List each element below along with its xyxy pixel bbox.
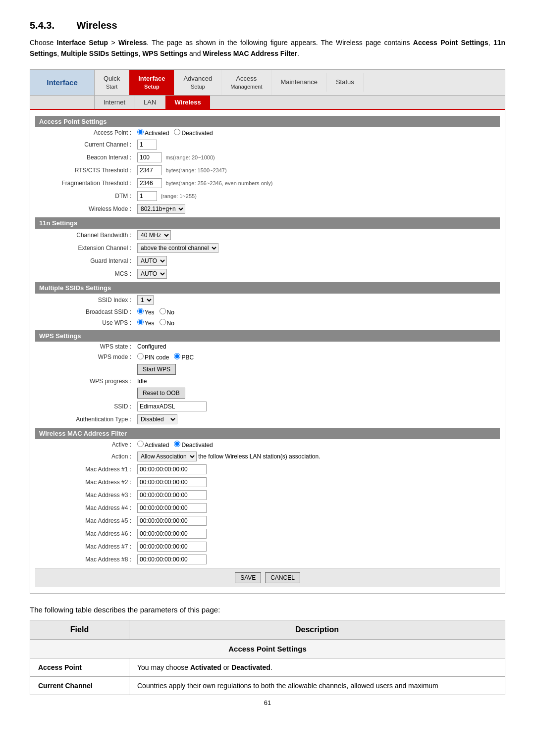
- wireless-mac-section: Wireless MAC Address Filter Active : Act…: [35, 428, 500, 566]
- ap-access-point-label: Access Point :: [35, 127, 134, 138]
- mac-activated-radio[interactable]: [137, 441, 144, 447]
- broadcast-ssid-yes-radio[interactable]: [137, 308, 144, 314]
- nav-item-interface-setup[interactable]: InterfaceSetup: [129, 70, 174, 95]
- desc-table-header-row: Field Description: [30, 620, 505, 639]
- mac-addr-7-row: Mac Address #7 :: [35, 540, 500, 553]
- nav-sub-item-internet[interactable]: Internet: [95, 96, 135, 109]
- start-wps-button[interactable]: Start WPS: [137, 364, 176, 375]
- mcs-select[interactable]: AUTO: [137, 269, 167, 279]
- ap-rts-label: RTS/CTS Threshold :: [35, 164, 134, 177]
- auth-type-select[interactable]: Disabled WEP WPA-PSK: [137, 414, 177, 424]
- save-button[interactable]: SAVE: [235, 572, 261, 583]
- desc-intro: The following table describes the parame…: [30, 605, 505, 614]
- current-channel-input[interactable]: [137, 140, 157, 150]
- wps-table: WPS state : Configured WPS mode : PIN co…: [35, 342, 500, 426]
- wps-auth-label: Authentication Type :: [35, 413, 134, 426]
- nav-item-maintenance[interactable]: Maintenance: [271, 73, 326, 92]
- nav-item-status[interactable]: Status: [327, 73, 364, 92]
- mac-addr-3-input[interactable]: [137, 490, 207, 500]
- ap-frag-row: Fragmentation Threshold : bytes(range: 2…: [35, 177, 500, 190]
- reset-oob-button[interactable]: Reset to OOB: [137, 388, 185, 399]
- mac-addr-5-input[interactable]: [137, 516, 207, 526]
- use-wps-no-radio[interactable]: [160, 319, 166, 325]
- ap-deactivated-radio[interactable]: [174, 129, 180, 135]
- mac-addr-6-input[interactable]: [137, 529, 207, 539]
- mac-addr-1-label: Mac Address #1 :: [35, 463, 134, 476]
- mac-addr-4-input[interactable]: [137, 503, 207, 513]
- wps-pin-label: PIN code: [145, 354, 169, 361]
- desc-section-ap-row: Access Point Settings: [30, 639, 505, 658]
- mac-addr-1-input[interactable]: [137, 464, 207, 474]
- mac-addr-8-label: Mac Address #8 :: [35, 553, 134, 566]
- broadcast-ssid-no-radio[interactable]: [160, 308, 166, 314]
- cancel-button[interactable]: CANCEL: [265, 572, 300, 583]
- intro-paragraph: Choose Interface Setup > Wireless. The p…: [30, 37, 505, 59]
- ap-access-point-row: Access Point : Activated Deactivated: [35, 127, 500, 138]
- beacon-interval-input[interactable]: [137, 152, 162, 162]
- nav-sub-item-wireless[interactable]: Wireless: [165, 96, 210, 109]
- mac-addr-8-input[interactable]: [137, 554, 207, 564]
- ap-frag-label: Fragmentation Threshold :: [35, 177, 134, 190]
- nav-item-access-management[interactable]: AccessManagement: [221, 70, 271, 95]
- ap-rts-value: bytes(range: 1500~2347): [134, 164, 500, 177]
- rts-hint: bytes(range: 1500~2347): [165, 167, 226, 173]
- guard-interval-select[interactable]: AUTO: [137, 256, 167, 266]
- mac-deactivated-label: Deactivated: [181, 442, 213, 449]
- wps-state-label: WPS state :: [35, 342, 134, 352]
- ssid-input[interactable]: [137, 402, 207, 411]
- nav-item-quick-start[interactable]: QuickStart: [95, 70, 129, 95]
- wps-header: WPS Settings: [35, 330, 500, 342]
- use-wps-yes-radio[interactable]: [137, 319, 144, 325]
- extension-channel-select[interactable]: above the control channel below the cont…: [137, 243, 218, 253]
- ap-beacon-interval-row: Beacon Interval : ms(range: 20~1000): [35, 151, 500, 164]
- mac-deactivated-radio[interactable]: [174, 441, 180, 447]
- rts-threshold-input[interactable]: [137, 165, 162, 175]
- wps-progress-label: WPS progress :: [35, 376, 134, 386]
- wps-start-value: Start WPS: [134, 362, 500, 376]
- nav-item-advanced-setup[interactable]: AdvancedSetup: [174, 70, 221, 95]
- ap-dtm-label: DTM :: [35, 190, 134, 202]
- wps-start-row: Start WPS: [35, 362, 500, 376]
- ap-dtm-value: (range: 1~255): [134, 190, 500, 202]
- wps-ssid-row: SSID :: [35, 400, 500, 413]
- channel-bw-select[interactable]: 40 MHz 20 MHz: [137, 230, 171, 240]
- mac-addr-5-value: [134, 514, 500, 527]
- mac-addr-8-value: [134, 553, 500, 566]
- ap-activated-radio[interactable]: [137, 129, 144, 135]
- mac-addr-7-input[interactable]: [137, 542, 207, 552]
- use-wps-yes-label: Yes: [145, 320, 155, 327]
- dtm-input[interactable]: [137, 191, 157, 201]
- sub-navigation: Internet LAN Wireless: [30, 96, 505, 110]
- 11n-extension-channel-row: Extension Channel : above the control ch…: [35, 242, 500, 254]
- desc-current-channel-desc: Countries apply their own regulations to…: [129, 676, 505, 695]
- mac-active-label: Active :: [35, 439, 134, 450]
- ap-wireless-mode-label: Wireless Mode :: [35, 202, 134, 215]
- mac-addr-1-row: Mac Address #1 :: [35, 463, 500, 476]
- ssid-index-select[interactable]: 1 2 3 4: [137, 295, 154, 305]
- 11n-mcs-row: MCS : AUTO: [35, 267, 500, 280]
- section-heading: 5.4.3. Wireless: [30, 20, 505, 31]
- broadcast-ssid-no-label: No: [167, 309, 174, 316]
- ap-activated-label: Activated: [145, 130, 169, 137]
- frag-threshold-input[interactable]: [137, 178, 162, 188]
- mac-addr-2-input[interactable]: [137, 477, 207, 487]
- multiple-ssids-table: SSID Index : 1 2 3 4 Broadcast SSID : Ye…: [35, 294, 500, 328]
- nav-sub-item-lan[interactable]: LAN: [135, 96, 165, 109]
- wps-pbc-radio[interactable]: [174, 353, 180, 359]
- mac-addr-7-label: Mac Address #7 :: [35, 540, 134, 553]
- mac-active-row: Active : Activated Deactivated: [35, 439, 500, 450]
- wps-reset-value: Reset to OOB: [134, 386, 500, 400]
- router-ui-panel: Interface QuickStart InterfaceSetup Adva…: [30, 69, 505, 594]
- wireless-mode-select[interactable]: 802.11b+g+n: [137, 204, 185, 214]
- desc-col-field: Field: [30, 620, 129, 639]
- mac-active-value: Activated Deactivated: [134, 439, 500, 450]
- mac-addr-2-value: [134, 476, 500, 489]
- access-point-header: Access Point Settings: [35, 116, 500, 127]
- wps-pin-radio[interactable]: [137, 353, 144, 359]
- frag-hint: bytes(range: 256~2346, even numbers only…: [165, 180, 272, 186]
- multiple-ssids-section: Multiple SSIDs Settings SSID Index : 1 2…: [35, 282, 500, 328]
- ap-frag-value: bytes(range: 256~2346, even numbers only…: [134, 177, 500, 190]
- ap-beacon-interval-value: ms(range: 20~1000): [134, 151, 500, 164]
- sub-nav-gap: [30, 96, 95, 109]
- mac-action-select[interactable]: Allow Association Deny Association: [137, 452, 197, 461]
